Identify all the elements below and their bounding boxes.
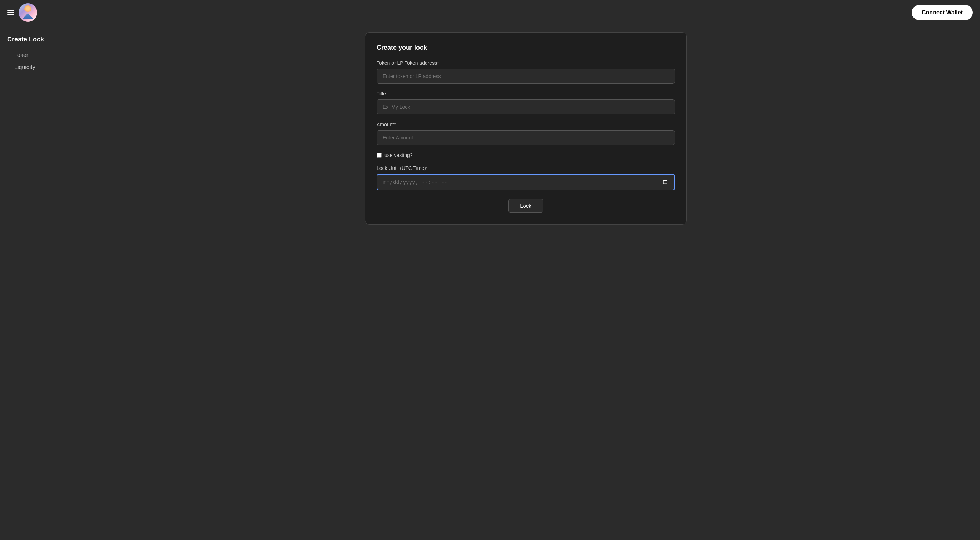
sidebar: Create Lock Token Liquidity [0, 25, 72, 232]
menu-icon[interactable] [7, 10, 14, 15]
sidebar-item-liquidity[interactable]: Liquidity [7, 61, 64, 73]
title-label: Title [377, 91, 675, 97]
token-address-group: Token or LP Token address* [377, 60, 675, 84]
title-group: Title [377, 91, 675, 114]
amount-label: Amount* [377, 122, 675, 127]
main-content: Create your lock Token or LP Token addre… [72, 25, 980, 232]
create-lock-card: Create your lock Token or LP Token addre… [365, 32, 687, 225]
token-address-input[interactable] [377, 69, 675, 84]
lock-button[interactable]: Lock [508, 199, 543, 213]
form-card-title: Create your lock [377, 44, 675, 51]
amount-input[interactable] [377, 130, 675, 145]
amount-group: Amount* [377, 122, 675, 145]
sidebar-title[interactable]: Create Lock [7, 36, 64, 43]
title-input[interactable] [377, 99, 675, 114]
lock-until-input[interactable] [377, 174, 675, 190]
vesting-label[interactable]: use vesting? [385, 152, 413, 158]
token-address-label: Token or LP Token address* [377, 60, 675, 66]
header-left [7, 3, 37, 22]
connect-wallet-button[interactable]: Connect Wallet [912, 5, 973, 20]
lock-until-group: Lock Until (UTC Time)* [377, 165, 675, 190]
sidebar-item-token[interactable]: Token [7, 49, 64, 61]
app-logo [19, 3, 37, 22]
vesting-checkbox[interactable] [377, 153, 382, 158]
app-header: Connect Wallet [0, 0, 980, 25]
vesting-group: use vesting? [377, 152, 675, 158]
page-layout: Create Lock Token Liquidity Create your … [0, 25, 980, 232]
lock-until-label: Lock Until (UTC Time)* [377, 165, 675, 171]
